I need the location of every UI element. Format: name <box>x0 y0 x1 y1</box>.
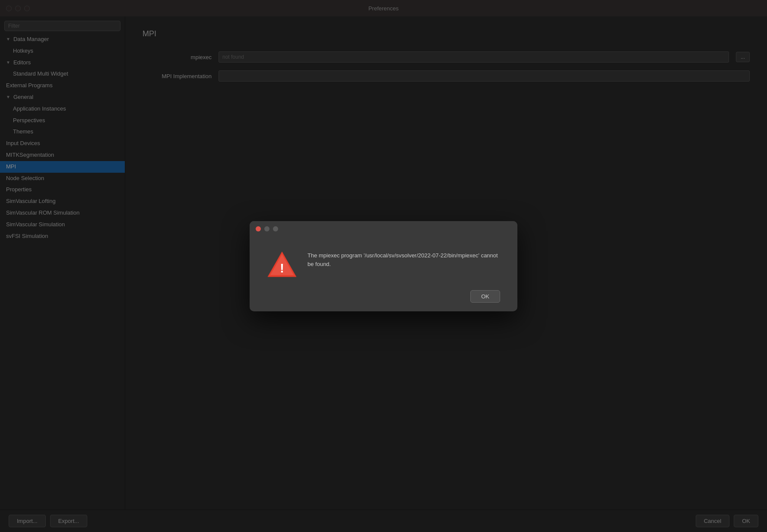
modal-close-button[interactable] <box>256 226 261 231</box>
warning-triangle: ! <box>267 250 297 279</box>
modal-ok-button[interactable]: OK <box>470 290 500 303</box>
modal-body: ! The mpiexec program '/usr/local/sv/svs… <box>250 237 517 290</box>
svg-text:!: ! <box>280 261 284 275</box>
warning-icon: ! <box>267 250 297 280</box>
modal-footer: OK <box>250 290 517 311</box>
modal-titlebar <box>250 221 517 237</box>
warning-triangle-svg: ! <box>267 250 297 278</box>
error-modal: ! The mpiexec program '/usr/local/sv/svs… <box>250 221 517 311</box>
modal-minimize-button[interactable] <box>264 226 269 231</box>
modal-maximize-button[interactable] <box>273 226 278 231</box>
modal-overlay: ! The mpiexec program '/usr/local/sv/svs… <box>0 0 767 532</box>
modal-message: The mpiexec program '/usr/local/sv/svsol… <box>307 250 500 269</box>
